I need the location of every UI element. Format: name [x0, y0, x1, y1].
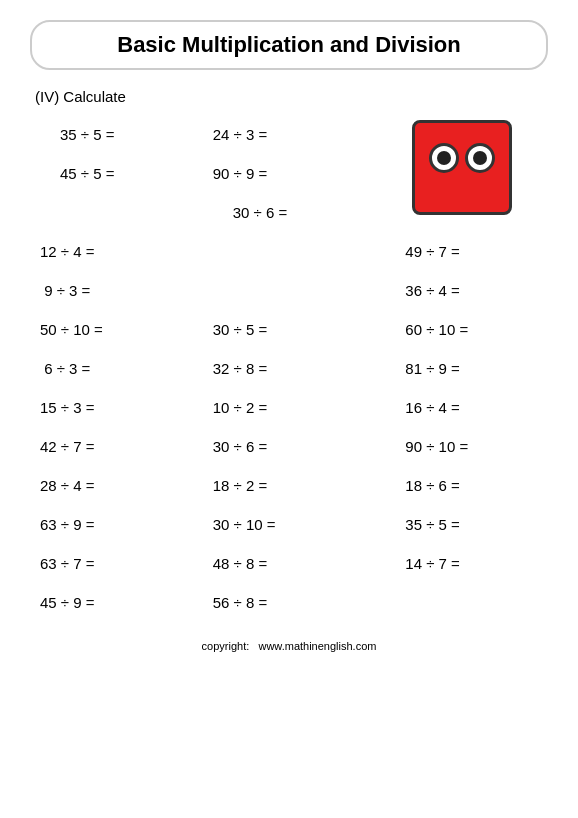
right-pupil	[473, 151, 487, 165]
problem-28: 63 ÷ 7 =	[30, 544, 203, 583]
problem-21: 90 ÷ 10 =	[375, 427, 548, 466]
page-title: Basic Multiplication and Division	[117, 32, 461, 57]
problem-31: 45 ÷ 9 =	[30, 583, 203, 622]
problem-22: 28 ÷ 4 =	[30, 466, 203, 505]
title-box: Basic Multiplication and Division	[30, 20, 548, 70]
problem-16: 15 ÷ 3 =	[30, 388, 203, 427]
problem-14: 32 ÷ 8 =	[203, 349, 376, 388]
problem-17: 10 ÷ 2 =	[203, 388, 376, 427]
copyright-label: copyright:	[202, 640, 250, 652]
problem-24: 18 ÷ 6 =	[375, 466, 548, 505]
problem-15: 81 ÷ 9 =	[375, 349, 548, 388]
section-header: (IV) Calculate	[30, 88, 548, 105]
problem-13: 6 ÷ 3 =	[30, 349, 203, 388]
right-eye	[465, 143, 495, 173]
problem-30: 14 ÷ 7 =	[375, 544, 548, 583]
problem-29: 48 ÷ 8 =	[203, 544, 376, 583]
problem-8: 9 ÷ 3 =	[30, 271, 203, 310]
problem-11: 30 ÷ 5 =	[203, 310, 376, 349]
problem-23: 18 ÷ 2 =	[203, 466, 376, 505]
problems-grid: 35 ÷ 5 = 24 ÷ 3 = 45 ÷ 5 = 90 ÷ 9 = 30 ÷…	[30, 115, 548, 622]
monster-eyes	[415, 123, 509, 173]
problem-20: 30 ÷ 6 =	[203, 427, 376, 466]
problem-25: 63 ÷ 9 =	[30, 505, 203, 544]
problem-19: 42 ÷ 7 =	[30, 427, 203, 466]
copyright-website: www.mathinenglish.com	[258, 640, 376, 652]
problem-4: 90 ÷ 9 =	[203, 154, 376, 193]
problem-18: 16 ÷ 4 =	[375, 388, 548, 427]
problem-2: 24 ÷ 3 =	[203, 115, 376, 154]
problem-10: 50 ÷ 10 =	[30, 310, 203, 349]
problem-9: 36 ÷ 4 =	[375, 271, 548, 310]
problem-27: 35 ÷ 5 =	[375, 505, 548, 544]
problem-26: 30 ÷ 10 =	[203, 505, 376, 544]
problem-1: 35 ÷ 5 =	[30, 115, 203, 154]
left-eye	[429, 143, 459, 173]
problem-7: 49 ÷ 7 =	[375, 232, 548, 271]
problem-3: 45 ÷ 5 =	[30, 154, 203, 193]
monster-body	[412, 120, 512, 215]
left-pupil	[437, 151, 451, 165]
copyright-section: copyright: www.mathinenglish.com	[30, 640, 548, 652]
monster-image	[375, 115, 548, 232]
problem-12: 60 ÷ 10 =	[375, 310, 548, 349]
problem-6: 12 ÷ 4 =	[30, 232, 203, 271]
problem-32: 56 ÷ 8 =	[203, 583, 376, 622]
problem-5: 30 ÷ 6 =	[203, 193, 376, 232]
